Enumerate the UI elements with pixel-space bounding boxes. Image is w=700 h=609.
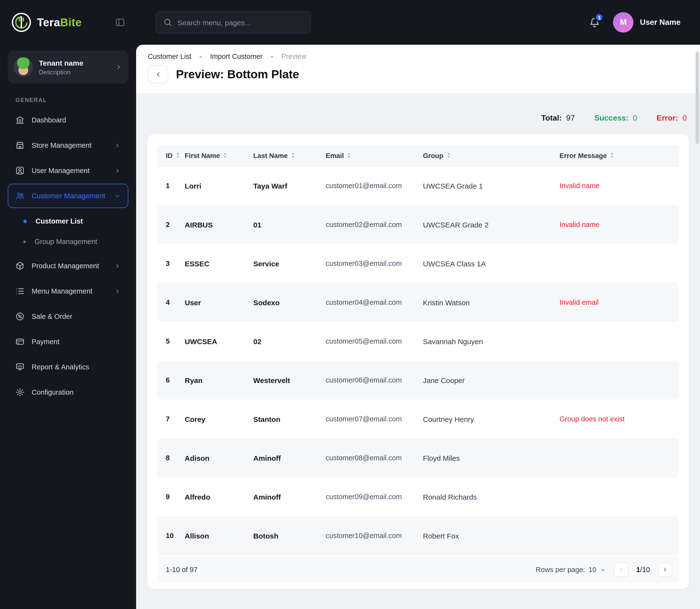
payment-icon [15, 337, 25, 347]
chevron-right-icon [114, 288, 121, 295]
customers-icon [15, 191, 25, 201]
cell-last-name: Botosh [253, 532, 326, 540]
sidebar-item-label: Customer Management [32, 192, 105, 200]
chevron-down-icon [600, 567, 606, 573]
next-page-button[interactable] [658, 562, 672, 577]
cell-id: 3 [166, 260, 185, 267]
app-root: TeraBite Tenant name Description GENERAL… [0, 0, 700, 609]
chevron-right-icon [115, 63, 122, 71]
cell-group: Floyd Miles [423, 454, 560, 462]
column-header-first-name[interactable]: First Name [185, 151, 253, 159]
cell-id: 7 [166, 415, 185, 423]
sort-icon [611, 153, 614, 158]
column-header-group[interactable]: Group [423, 151, 560, 159]
breadcrumb-item[interactable]: Import Customer [210, 52, 262, 60]
table-row: 1LorriTaya Warfcustomer01@email.comUWCSE… [157, 166, 679, 205]
scrollbar-thumb[interactable] [696, 52, 699, 144]
cell-last-name: Taya Warf [253, 181, 326, 190]
rows-per-page-select[interactable]: Rows per page: 10 [536, 566, 606, 574]
sidebar-item-group-management[interactable]: Group Management [8, 231, 128, 252]
sidebar-collapse-icon[interactable] [115, 17, 125, 28]
cell-email: customer03@email.com [326, 260, 423, 267]
cell-group: Savannah Nguyen [423, 337, 560, 345]
user-menu[interactable]: M User Name [613, 12, 681, 33]
notification-bell-icon[interactable]: 1 [589, 17, 600, 28]
dot-separator: ● [270, 53, 274, 59]
breadcrumb-item-current: Preview [281, 52, 307, 60]
table-row: 10AllisonBotoshcustomer10@email.comRober… [157, 516, 679, 555]
table-row: 2AIRBUS01customer02@email.comUWCSEAR Gra… [157, 205, 679, 244]
cell-id: 1 [166, 182, 185, 190]
pagination-range: 1-10 of 97 [166, 566, 198, 574]
gear-icon [15, 387, 25, 397]
tenant-avatar [14, 57, 33, 77]
cell-error: Group does not exist [560, 415, 671, 423]
tenant-name: Tenant name [39, 58, 83, 67]
cell-email: customer06@email.com [326, 376, 423, 384]
column-header-id[interactable]: ID [166, 151, 185, 159]
cell-id: 10 [166, 532, 185, 539]
cell-id: 5 [166, 337, 185, 345]
cell-last-name: Aminoff [253, 492, 326, 501]
sale-icon [15, 312, 25, 321]
cell-group: Jane Cooper [423, 376, 560, 384]
logo-row: TeraBite [8, 0, 128, 45]
brand-logo-icon [11, 12, 32, 33]
cell-id: 6 [166, 376, 185, 384]
cell-email: customer05@email.com [326, 337, 423, 345]
pagination-controls: Rows per page: 10 1/10 [536, 562, 672, 577]
cell-email: customer04@email.com [326, 298, 423, 306]
store-icon [15, 140, 25, 150]
stats-bar: Total:97 Success:0 Error:0 [147, 114, 689, 122]
dot-separator: ● [199, 53, 202, 59]
sidebar-item-store-management[interactable]: Store Management [8, 133, 128, 157]
sidebar-item-user-management[interactable]: User Management [8, 158, 128, 183]
cell-id: 4 [166, 298, 185, 306]
cell-group: UWCSEA Class 1A [423, 259, 560, 267]
main-content: Customer List ● Import Customer ● Previe… [136, 45, 700, 609]
sidebar-item-customer-management[interactable]: Customer Management [8, 184, 128, 208]
user-name: User Name [640, 18, 681, 27]
tenant-card[interactable]: Tenant name Description [8, 51, 128, 84]
back-button[interactable] [148, 65, 168, 84]
table-row: 3ESSECServicecustomer03@email.comUWCSEA … [157, 244, 679, 283]
sidebar-nav: Dashboard Store Management User Manageme… [8, 108, 128, 404]
logo[interactable]: TeraBite [11, 12, 82, 33]
cell-email: customer01@email.com [326, 182, 423, 190]
sidebar-item-menu-management[interactable]: Menu Management [8, 279, 128, 303]
column-header-email[interactable]: Email [326, 151, 423, 159]
cell-email: customer09@email.com [326, 493, 423, 501]
sidebar-item-customer-list[interactable]: Customer List [8, 211, 128, 231]
title-row: Preview: Bottom Plate [148, 65, 688, 84]
sidebar-item-report-analytics[interactable]: Report & Analytics [8, 355, 128, 379]
submenu-item-label: Group Management [35, 238, 97, 245]
topbar-actions: 1 M User Name [589, 12, 681, 33]
cell-first-name: Lorri [185, 181, 253, 190]
breadcrumb-item[interactable]: Customer List [148, 52, 191, 60]
sidebar-item-sale-order[interactable]: Sale & Order [8, 304, 128, 329]
prev-page-button[interactable] [614, 562, 629, 577]
sidebar-item-configuration[interactable]: Configuration [8, 380, 128, 404]
submenu-item-label: Customer List [35, 217, 83, 225]
sidebar-item-payment[interactable]: Payment [8, 330, 128, 354]
cell-email: customer02@email.com [326, 221, 423, 228]
sidebar-item-product-management[interactable]: Product Management [8, 254, 128, 278]
table-footer: 1-10 of 97 Rows per page: 10 1/10 [157, 556, 679, 583]
chevron-right-icon [114, 142, 121, 149]
table-row: 5UWCSEA02customer05@email.comSavannah Ng… [157, 322, 679, 361]
cell-first-name: Corey [185, 415, 253, 423]
cell-error: Invalid name [560, 182, 671, 190]
stat-error: Error:0 [657, 114, 687, 122]
dashboard-icon [15, 115, 25, 125]
column-header-error-message[interactable]: Error Message [560, 151, 671, 159]
cell-first-name: Allison [185, 532, 253, 540]
sort-icon [292, 153, 295, 158]
cell-id: 8 [166, 454, 185, 462]
cell-last-name: 01 [253, 221, 326, 229]
chevron-down-icon [114, 192, 121, 199]
sidebar-item-dashboard[interactable]: Dashboard [8, 108, 128, 132]
column-header-last-name[interactable]: Last Name [253, 151, 326, 159]
search-input[interactable] [177, 18, 304, 27]
sidebar-item-label: Store Management [32, 141, 92, 149]
search-icon [163, 17, 173, 27]
